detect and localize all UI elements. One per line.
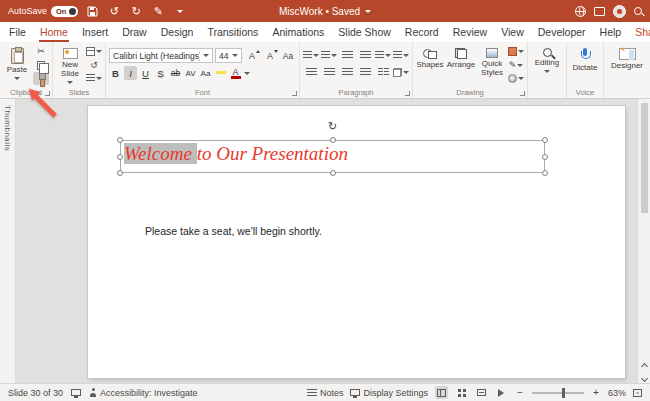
zoom-slider[interactable] [532,392,584,394]
format-painter-button[interactable] [33,72,49,85]
save-icon[interactable] [84,3,100,20]
editing-button[interactable]: Editing [531,45,563,85]
slide-canvas[interactable]: ↻ Welcome to Our Presentation Please tak… [88,106,625,378]
decrease-indent-button[interactable] [339,48,355,62]
font-name-combo[interactable]: Calibri Light (Headings) [109,48,213,63]
strikethrough-button[interactable]: ab [169,66,182,80]
slide-body-text[interactable]: Please take a seat, we'll begin shortly. [145,225,322,237]
display-settings-button[interactable]: Display Settings [350,388,428,398]
tab-design[interactable]: Design [154,22,201,42]
drawing-dialog-launcher[interactable] [520,91,525,96]
autosave-control[interactable]: AutoSave On [8,6,78,17]
numbering-button[interactable] [321,48,337,62]
slide-title-text[interactable]: Welcome to Our Presentation [124,143,348,165]
tab-slide-show[interactable]: Slide Show [331,22,398,42]
reading-view-button[interactable] [475,386,488,399]
cut-button[interactable]: ✂ [33,45,49,58]
zoom-in-button[interactable]: + [591,387,601,398]
shrink-font-button[interactable]: A [262,49,278,63]
tab-review[interactable]: Review [446,22,494,42]
tab-shape-format[interactable]: Shape Format [628,22,650,42]
bold-button[interactable]: B [109,66,122,80]
line-spacing-button[interactable] [393,48,409,62]
convert-smartart-button[interactable] [393,65,409,79]
font-size-combo[interactable]: 44 [215,48,242,63]
new-slide-button[interactable]: New Slide [56,45,84,85]
user-avatar[interactable] [613,5,626,18]
increase-indent-button[interactable] [357,48,373,62]
display-icon[interactable] [71,389,81,396]
vertical-scrollbar[interactable] [637,99,650,383]
tab-help[interactable]: Help [593,22,629,42]
normal-view-button[interactable] [435,386,448,399]
slideshow-view-button[interactable] [495,386,508,399]
paste-button[interactable]: Paste [3,45,31,85]
justify-button[interactable] [357,65,373,79]
tab-animations[interactable]: Animations [265,22,331,42]
section-button[interactable] [86,72,102,85]
arrange-button[interactable]: Arrange [446,45,476,85]
align-center-button[interactable] [321,65,337,79]
copy-button[interactable] [33,59,49,72]
next-slide-icon[interactable] [640,375,647,382]
shape-fill-button[interactable] [508,45,524,58]
zoom-slider-thumb[interactable] [562,388,565,398]
resize-handle[interactable] [117,137,123,143]
shape-effects-button[interactable] [508,72,524,85]
designer-button[interactable]: Designer [607,45,647,85]
ribbon-display-icon[interactable] [594,7,605,16]
underline-button[interactable]: U [139,66,152,80]
resize-handle[interactable] [117,154,123,160]
search-icon[interactable] [634,7,642,15]
autosave-toggle[interactable]: On [51,6,78,17]
slide-layout-button[interactable] [86,45,102,58]
previous-slide-icon[interactable] [640,363,647,370]
paragraph-dialog-launcher[interactable] [405,91,410,96]
tab-developer[interactable]: Developer [531,22,593,42]
slide-sorter-view-button[interactable] [455,386,468,399]
tab-view[interactable]: View [494,22,531,42]
text-shadow-button[interactable]: S [154,66,167,80]
title-caret-icon[interactable] [365,10,371,13]
notes-button[interactable]: Notes [307,388,344,398]
rotate-handle-icon[interactable]: ↻ [328,121,337,132]
resize-handle[interactable] [330,170,336,176]
tab-insert[interactable]: Insert [75,22,115,42]
columns-button[interactable] [375,65,391,79]
font-color-caret-icon[interactable] [244,72,250,75]
quick-styles-button[interactable]: Quick Styles [478,45,506,85]
change-case-button[interactable]: Aa [199,66,212,80]
highlight-color-button[interactable] [214,66,227,80]
resize-handle[interactable] [542,170,548,176]
resize-handle[interactable] [542,154,548,160]
bullets-button[interactable] [303,48,319,62]
title-textbox[interactable]: ↻ Welcome to Our Presentation [120,140,545,173]
font-color-button[interactable]: A [229,66,242,80]
character-spacing-button[interactable]: AV [184,66,197,80]
thumbnails-panel[interactable]: Thumbnails [0,99,16,383]
tab-record[interactable]: Record [398,22,446,42]
pen-icon[interactable]: ✎ [150,3,166,20]
text-direction-button[interactable] [375,48,391,62]
shape-outline-button[interactable]: ✎ [508,59,524,72]
tab-draw[interactable]: Draw [115,22,154,42]
clipboard-dialog-launcher[interactable] [45,91,50,96]
align-right-button[interactable] [339,65,355,79]
fit-to-window-icon[interactable] [633,389,642,397]
redo-icon[interactable]: ↻ [128,3,144,20]
grow-font-button[interactable]: A [244,49,260,63]
resize-handle[interactable] [542,137,548,143]
zoom-level[interactable]: 63% [608,388,626,398]
italic-button[interactable]: I [124,66,137,80]
resize-handle[interactable] [117,170,123,176]
scrollbar-thumb[interactable] [641,103,648,213]
customize-toolbar-icon[interactable] [172,3,188,20]
tab-transitions[interactable]: Transitions [200,22,265,42]
tab-file[interactable]: File [2,22,33,42]
reset-slide-button[interactable]: ↺ [86,59,102,72]
clear-formatting-button[interactable]: Aa [280,49,296,63]
dictate-button[interactable]: Dictate [570,45,600,85]
align-left-button[interactable] [303,65,319,79]
zoom-out-button[interactable]: − [515,387,525,398]
slide-indicator[interactable]: Slide 30 of 30 [8,388,63,398]
